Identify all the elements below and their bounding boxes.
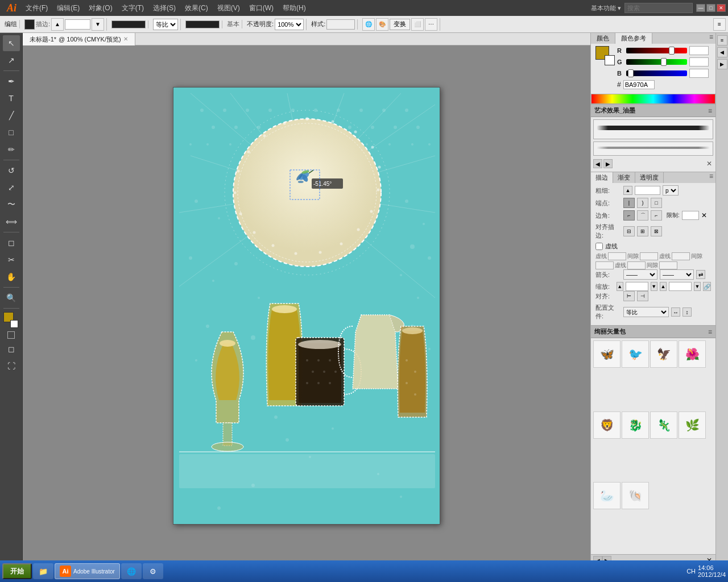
width-tool[interactable]: ⟺	[3, 214, 20, 230]
globe-btn[interactable]: 🌐	[362, 18, 375, 31]
arrow-swap-btn[interactable]: ⇄	[696, 270, 705, 279]
hand-tool[interactable]: ✋	[3, 269, 20, 285]
red-value-input[interactable]: 186	[689, 46, 709, 55]
join-miter-btn[interactable]: ⌐	[623, 210, 635, 221]
stroke-panel-menu[interactable]: ≡	[707, 172, 715, 183]
scale1-up-btn[interactable]: ▲	[617, 282, 623, 291]
taskbar-item-app[interactable]: ⚙	[143, 563, 163, 579]
stroke-tab-stroke[interactable]: 描边	[591, 172, 613, 183]
no-color-btn[interactable]	[7, 331, 15, 339]
arrow-start-select[interactable]: ——	[623, 269, 657, 280]
art-nav-prev[interactable]: ◀	[593, 159, 602, 168]
line-tool[interactable]: ╱	[3, 107, 20, 123]
red-slider-track[interactable]	[626, 48, 687, 53]
blue-slider-thumb[interactable]	[628, 69, 634, 77]
vector-item-2[interactable]: 🦅	[650, 340, 677, 368]
brush-preview-2[interactable]	[593, 142, 713, 156]
limit-close-btn[interactable]: ✕	[701, 211, 707, 219]
search-input[interactable]	[624, 3, 693, 13]
menu-object[interactable]: 对象(O)	[84, 0, 117, 16]
menu-select[interactable]: 选择(S)	[148, 0, 180, 16]
dash-input-2[interactable]	[672, 252, 690, 260]
scale2-input[interactable]: 100%	[669, 282, 692, 291]
stroke-color-swatch[interactable]	[24, 19, 35, 30]
art-nav-next[interactable]: ▶	[603, 159, 613, 168]
ratio-select[interactable]: 等比	[153, 19, 178, 30]
cap-flat-btn[interactable]: |	[623, 198, 635, 208]
align-inside-btn[interactable]: ⊞	[637, 226, 648, 236]
bg-color-box[interactable]	[605, 55, 615, 65]
maximize-button[interactable]: □	[706, 4, 715, 12]
stroke-tab-gradient[interactable]: 渐变	[613, 172, 635, 183]
canvas-tab-item[interactable]: 未标题-1* @ 100% (CMYK/预览) ✕	[23, 33, 135, 45]
scale1-down-btn[interactable]: ▼	[651, 282, 657, 291]
taskbar-item-browser[interactable]: 🌐	[121, 563, 142, 579]
dash-input-1[interactable]	[608, 252, 626, 260]
green-slider-track[interactable]	[626, 59, 687, 65]
style-field-box[interactable]	[326, 19, 355, 30]
selection-tool[interactable]: ↖	[3, 35, 20, 51]
direct-select-tool[interactable]: ↗	[3, 52, 20, 68]
scale2-down-btn[interactable]: ▼	[694, 282, 701, 291]
gap-input-2[interactable]	[595, 261, 614, 269]
vector-item-9[interactable]: 🐚	[622, 482, 649, 509]
scale-tool[interactable]: ⤢	[3, 180, 20, 196]
opacity-select[interactable]: 100%	[275, 19, 304, 30]
warp-tool[interactable]: 〜	[3, 197, 20, 213]
fullscreen-btn[interactable]: ⛶	[3, 358, 20, 374]
color-panel-menu[interactable]: ≡	[707, 33, 715, 44]
panel-toggle-btn[interactable]: ≡	[713, 18, 726, 31]
brush-preview-1[interactable]	[593, 119, 713, 139]
menu-edit[interactable]: 编辑(E)	[52, 0, 84, 16]
palette-btn[interactable]: 🎨	[376, 18, 388, 31]
taskbar-item-ai[interactable]: Ai Adobe Illustrator	[55, 563, 120, 579]
bg-color-swatch[interactable]	[10, 320, 18, 328]
vector-item-8[interactable]: 🦢	[593, 482, 621, 509]
scale1-input[interactable]: 100%	[626, 282, 648, 291]
vector-item-1[interactable]: 🐦	[622, 340, 649, 368]
minimize-button[interactable]: —	[696, 4, 705, 12]
align-center-btn[interactable]: ⊟	[623, 226, 635, 236]
start-button[interactable]: 开始	[2, 563, 32, 579]
strip-btn-1[interactable]: ≡	[717, 35, 727, 45]
green-slider-thumb[interactable]	[661, 58, 667, 66]
profile-flip-v-btn[interactable]: ↕	[682, 307, 692, 317]
profile-flip-h-btn[interactable]: ↔	[671, 307, 680, 317]
color-spectrum[interactable]	[591, 94, 715, 104]
menu-window[interactable]: 窗口(W)	[245, 0, 278, 16]
close-button[interactable]: ✕	[717, 4, 726, 12]
taskbar-item-folder[interactable]: 📁	[33, 563, 53, 579]
art-panel-close[interactable]: ✕	[705, 160, 713, 168]
dash-input-3[interactable]	[627, 261, 646, 269]
scissors-tool[interactable]: ✂	[3, 252, 20, 268]
canvas-tab-close[interactable]: ✕	[123, 33, 128, 45]
color-tab-color[interactable]: 颜色	[591, 33, 615, 44]
vector-item-0[interactable]: 🦋	[593, 340, 621, 368]
menu-help[interactable]: 帮助(H)	[278, 0, 311, 16]
cap-round-btn[interactable]: )	[637, 198, 648, 208]
gap-input-1[interactable]	[640, 252, 658, 260]
canvas-background[interactable]: -51.45°	[23, 45, 590, 566]
type-tool[interactable]: T	[3, 90, 20, 106]
blue-slider-track[interactable]	[626, 70, 687, 76]
green-value-input[interactable]: 151	[689, 57, 709, 66]
stroke-value-input[interactable]: 0.199	[65, 19, 90, 30]
vector-panel-menu[interactable]: ≡	[708, 328, 712, 336]
art-panel-menu[interactable]: ≡	[708, 107, 712, 115]
menu-view[interactable]: 视图(V)	[213, 0, 245, 16]
weight-up-btn[interactable]: ▲	[623, 186, 632, 195]
vector-item-3[interactable]: 🌺	[679, 340, 706, 368]
red-slider-thumb[interactable]	[669, 47, 675, 55]
gap-input-3[interactable]	[659, 261, 677, 269]
arrow-end-select[interactable]: ——	[660, 269, 694, 280]
more-btn[interactable]: ⋯	[425, 18, 437, 31]
menu-effect[interactable]: 效果(C)	[180, 0, 213, 16]
weight-input[interactable]: 0.199	[635, 186, 660, 195]
normal-mode-btn[interactable]: ◻	[3, 341, 20, 357]
cap-square-btn[interactable]: □	[651, 198, 662, 208]
shape-tool[interactable]: □	[3, 124, 20, 140]
stroke-down-btn[interactable]: ▼	[92, 18, 104, 31]
menu-type[interactable]: 文字(T)	[117, 0, 148, 16]
align2-right-btn[interactable]: ⊣	[637, 291, 648, 301]
align2-left-btn[interactable]: ⊢	[623, 291, 635, 301]
